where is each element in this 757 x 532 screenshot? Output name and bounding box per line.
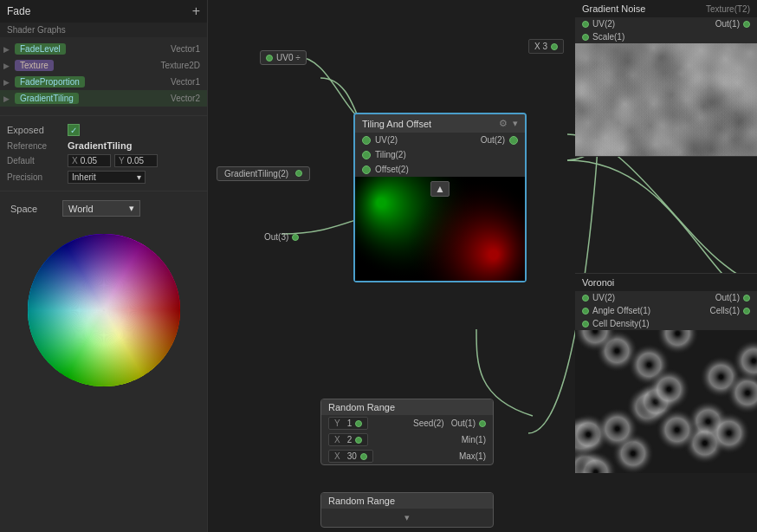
x2-label: X bbox=[334, 435, 340, 444]
gt-chip[interactable]: GradientTiling(2) bbox=[217, 166, 310, 181]
out2-label: Out(2) bbox=[481, 135, 505, 145]
node-type-gradienttiling: Vector2 bbox=[171, 94, 200, 103]
y1-chip[interactable]: Y 1 bbox=[328, 417, 368, 430]
gn-scale-label: Scale(1) bbox=[592, 32, 624, 42]
gn-uv-left: UV(2) bbox=[582, 19, 615, 29]
left-panel: Fade + Shader Graphs ▶ FadeLevel Vector1… bbox=[0, 0, 208, 532]
tiling-offset-preview: ▲ bbox=[355, 177, 525, 281]
gt-socket-dot bbox=[295, 170, 302, 177]
voronoi-out-right: Out(1) bbox=[715, 293, 750, 302]
tiling-offset-node: Tiling And Offset ⚙ ▾ UV(2) Out(2) Tilin… bbox=[353, 113, 527, 282]
gn-uv-in-dot bbox=[582, 21, 589, 28]
voronoi-density-row: Cell Density(1) bbox=[575, 317, 757, 330]
default-label: Default bbox=[7, 156, 68, 165]
space-label: Space bbox=[10, 204, 62, 214]
reference-label: Reference bbox=[7, 141, 68, 151]
tiling-offset-icons[interactable]: ⚙ ▾ bbox=[499, 118, 518, 129]
x2-chip[interactable]: X 2 bbox=[328, 433, 368, 446]
list-item-fadelevel[interactable]: ▶ FadeLevel Vector1 bbox=[0, 41, 207, 57]
node-list: ▶ FadeLevel Vector1 ▶ Texture Texture2D … bbox=[0, 37, 207, 110]
dropdown-arrow-icon: ▾ bbox=[137, 172, 141, 182]
gradient-noise-panel: Gradient Noise Texture(T2) UV(2) Out(1) … bbox=[575, 0, 757, 157]
max-label: Max(1) bbox=[459, 451, 486, 461]
rr1-title: Random Range bbox=[328, 402, 395, 412]
node-badge-fadelevel: FadeLevel bbox=[15, 43, 66, 55]
voronoi-preview bbox=[575, 330, 757, 473]
voronoi-uv-row: UV(2) Out(1) bbox=[575, 291, 757, 304]
divider2 bbox=[0, 191, 207, 191]
voronoi-density-in-dot bbox=[582, 321, 589, 328]
reference-value: GradientTiling bbox=[68, 140, 132, 151]
tiling-in-label: Tiling(2) bbox=[375, 150, 406, 159]
socket-row-uv: UV(2) Out(2) bbox=[355, 133, 525, 147]
gn-scale-in-dot bbox=[582, 34, 589, 41]
list-item-fadeproportion[interactable]: ▶ FadeProportion Vector1 bbox=[0, 74, 207, 90]
voronoi-title-text: Voronoi bbox=[582, 277, 614, 288]
voronoi-cells-right: Cells(1) bbox=[710, 306, 750, 315]
socket-left-offset: Offset(2) bbox=[362, 165, 409, 174]
node-badge-gradienttiling: GradientTiling bbox=[15, 93, 79, 104]
chevron-down-icon[interactable]: ▾ bbox=[513, 118, 518, 129]
voronoi-density-left: Cell Density(1) bbox=[582, 319, 650, 328]
precision-select[interactable]: Inherit ▾ bbox=[68, 171, 146, 184]
tiling-offset-title: Tiling And Offset bbox=[362, 119, 431, 129]
seed-in-dot bbox=[355, 420, 362, 427]
out1-label: Out(1) bbox=[451, 418, 476, 428]
gn-title: Gradient Noise Texture(T2) bbox=[575, 0, 757, 17]
gn-texture-ref: Texture(T2) bbox=[706, 4, 750, 14]
voronoi-uv-left: UV(2) bbox=[582, 293, 615, 302]
gear-icon[interactable]: ⚙ bbox=[499, 118, 508, 129]
color-wheel[interactable] bbox=[26, 232, 182, 388]
x30-chip[interactable]: X 30 bbox=[328, 450, 373, 463]
socket-left-uv: UV(2) bbox=[362, 135, 398, 145]
panel-title-bar: Fade + bbox=[0, 0, 207, 23]
chevron-right-icon3: ▶ bbox=[3, 78, 12, 87]
gn-out1-label: Out(1) bbox=[715, 19, 740, 29]
chevron-right-icon4: ▶ bbox=[3, 94, 12, 103]
gn-preview bbox=[575, 43, 757, 156]
tiling-in-dot bbox=[362, 151, 371, 159]
precision-row: Precision Inherit ▾ bbox=[0, 169, 207, 185]
exposed-checkbox[interactable]: ✓ bbox=[68, 124, 80, 136]
rr2-title: Random Range bbox=[328, 496, 395, 506]
space-value: World bbox=[68, 204, 94, 214]
exposed-label: Exposed bbox=[7, 125, 68, 135]
socket-left-tiling: Tiling(2) bbox=[362, 150, 406, 159]
rr1-row-max: X 30 Max(1) bbox=[321, 448, 493, 464]
list-item-gradienttiling[interactable]: ▶ GradientTiling Vector2 bbox=[0, 90, 207, 107]
voronoi-angle-in-dot bbox=[582, 308, 589, 315]
xy-pair: X 0.05 Y 0.05 bbox=[68, 154, 158, 167]
default-y-input[interactable]: Y 0.05 bbox=[114, 154, 158, 167]
tiling-offset-header: Tiling And Offset ⚙ ▾ bbox=[355, 114, 525, 133]
node-type-fadeproportion: Vector1 bbox=[171, 77, 200, 87]
uv-in-dot bbox=[362, 136, 371, 145]
space-row: Space World ▾ bbox=[0, 197, 207, 220]
default-row: Default X 0.05 Y 0.05 bbox=[0, 152, 207, 169]
random-range-node2: Random Range ▾ bbox=[320, 492, 494, 528]
voronoi-cells-dot bbox=[743, 308, 750, 315]
voronoi-title: Voronoi bbox=[575, 274, 757, 291]
gn-out-right: Out(1) bbox=[715, 19, 750, 29]
node-badge-fadeproportion: FadeProportion bbox=[15, 76, 85, 88]
voronoi-panel: Voronoi UV(2) Out(1) Angle Offset(1) Cel… bbox=[575, 273, 757, 473]
uv-in-label: UV(2) bbox=[375, 135, 398, 145]
min-in-dot bbox=[355, 437, 362, 444]
preview-expand-button[interactable]: ▲ bbox=[430, 181, 450, 197]
space-dropdown[interactable]: World ▾ bbox=[62, 200, 140, 217]
x30-value: 30 bbox=[347, 451, 357, 461]
node-type-texture: Texture2D bbox=[160, 61, 200, 70]
uv-chip[interactable]: UV0 ÷ bbox=[260, 50, 307, 65]
rr1-header: Random Range bbox=[321, 399, 493, 415]
rr1-row-min: X 2 Min(1) bbox=[321, 431, 493, 448]
divider1 bbox=[0, 115, 207, 116]
node-badge-texture: Texture bbox=[15, 60, 54, 71]
list-item-texture[interactable]: ▶ Texture Texture2D bbox=[0, 57, 207, 74]
default-x-input[interactable]: X 0.05 bbox=[68, 154, 111, 167]
max-in-dot bbox=[360, 453, 367, 460]
expand-down-button[interactable]: ▾ bbox=[321, 509, 493, 527]
gt-chip-label: GradientTiling(2) bbox=[224, 169, 288, 178]
voronoi-density-label: Cell Density(1) bbox=[592, 319, 650, 328]
add-button[interactable]: + bbox=[192, 3, 200, 19]
node-type-fadelevel: Vector1 bbox=[171, 44, 200, 54]
x3-chip[interactable]: X 3 bbox=[528, 39, 564, 54]
